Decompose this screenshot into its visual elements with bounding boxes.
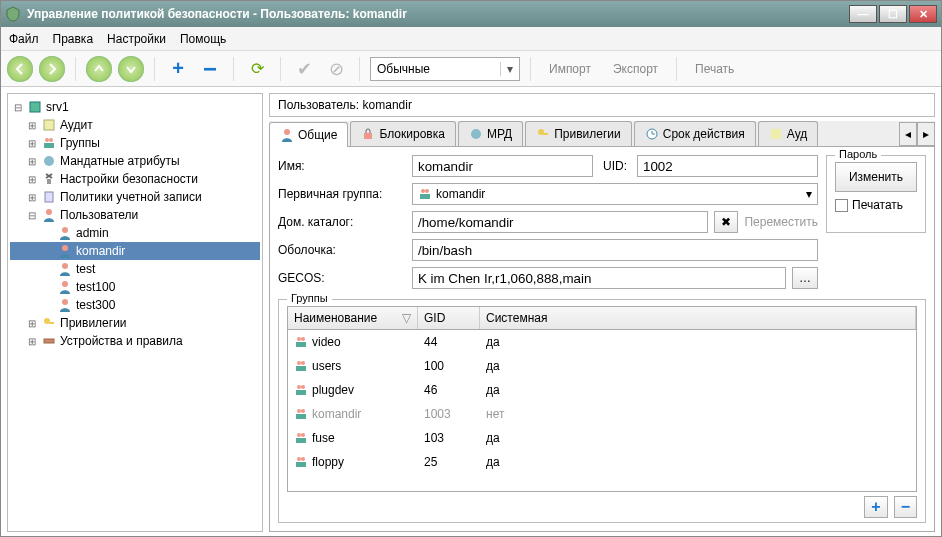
group-remove-button[interactable]: − bbox=[894, 496, 917, 518]
svg-rect-29 bbox=[296, 342, 306, 347]
add-button[interactable]: + bbox=[165, 56, 191, 82]
tab-mrd[interactable]: МРД bbox=[458, 121, 523, 146]
tree-item[interactable]: ⊞Настройки безопасности bbox=[10, 170, 260, 188]
menu-settings[interactable]: Настройки bbox=[107, 32, 166, 46]
group-system: да bbox=[480, 331, 916, 353]
group-system: да bbox=[480, 355, 916, 377]
tab-lock[interactable]: Блокировка bbox=[350, 121, 455, 146]
col-name[interactable]: Наименование▽ bbox=[288, 307, 418, 329]
export-button[interactable]: Экспорт bbox=[605, 62, 666, 76]
table-row[interactable]: komandir1003нет bbox=[288, 402, 916, 426]
close-button[interactable]: ✕ bbox=[909, 5, 937, 23]
group-icon bbox=[418, 187, 432, 201]
expand-icon[interactable]: ⊞ bbox=[26, 120, 38, 131]
expand-icon[interactable]: ⊞ bbox=[26, 318, 38, 329]
apply-button[interactable]: ✔ bbox=[291, 56, 317, 82]
svg-rect-41 bbox=[296, 438, 306, 443]
tree-root[interactable]: ⊟ srv1 bbox=[10, 98, 260, 116]
menu-help[interactable]: Помощь bbox=[180, 32, 226, 46]
tree-user-item[interactable]: test100 bbox=[10, 278, 260, 296]
expand-icon[interactable]: ⊞ bbox=[26, 156, 38, 167]
tab-expiry[interactable]: Срок действия bbox=[634, 121, 756, 146]
filter-combo-value: Обычные bbox=[377, 62, 430, 76]
groups-fieldset: Группы Наименование▽ GID Системная video… bbox=[278, 299, 926, 523]
tree-item[interactable]: ⊞Мандатные атрибуты bbox=[10, 152, 260, 170]
nav-forward-button[interactable] bbox=[39, 56, 65, 82]
svg-point-27 bbox=[297, 337, 301, 341]
table-row[interactable]: plugdev46да bbox=[288, 378, 916, 402]
tab-scroll-left[interactable]: ◂ bbox=[899, 122, 917, 146]
tree-item[interactable]: ⊞Устройства и правила bbox=[10, 332, 260, 350]
move-button[interactable]: Переместить bbox=[744, 215, 818, 229]
name-input[interactable] bbox=[412, 155, 593, 177]
tab-general[interactable]: Общие bbox=[269, 122, 348, 147]
tree-item[interactable]: ⊟Пользователи bbox=[10, 206, 260, 224]
tree-user-item[interactable]: test300 bbox=[10, 296, 260, 314]
menu-edit[interactable]: Правка bbox=[53, 32, 94, 46]
filter-combo[interactable]: Обычные ▾ bbox=[370, 57, 520, 81]
expand-icon[interactable]: ⊟ bbox=[12, 102, 24, 113]
tree-item[interactable]: ⊞Политики учетной записи bbox=[10, 188, 260, 206]
tree-item-label: Мандатные атрибуты bbox=[60, 154, 180, 168]
nav-up-button[interactable] bbox=[86, 56, 112, 82]
table-row[interactable]: fuse103да bbox=[288, 426, 916, 450]
svg-rect-18 bbox=[364, 133, 372, 139]
menu-file[interactable]: Файл bbox=[9, 32, 39, 46]
tree-icon bbox=[41, 189, 57, 205]
col-system[interactable]: Системная bbox=[480, 307, 916, 329]
group-icon bbox=[294, 335, 308, 349]
group-gid: 100 bbox=[418, 355, 480, 377]
maximize-button[interactable]: ☐ bbox=[879, 5, 907, 23]
refresh-button[interactable]: ⟳ bbox=[244, 56, 270, 82]
tree-item[interactable]: ⊞Группы bbox=[10, 134, 260, 152]
home-clear-button[interactable]: ✖ bbox=[714, 211, 738, 233]
shell-input[interactable] bbox=[412, 239, 818, 261]
print-checkbox[interactable] bbox=[835, 199, 848, 212]
nav-back-button[interactable] bbox=[7, 56, 33, 82]
svg-point-40 bbox=[301, 433, 305, 437]
cancel-button[interactable]: ⊘ bbox=[323, 56, 349, 82]
gecos-label: GECOS: bbox=[278, 271, 406, 285]
svg-point-33 bbox=[297, 385, 301, 389]
tab-privileges[interactable]: Привилегии bbox=[525, 121, 632, 146]
svg-point-34 bbox=[301, 385, 305, 389]
tree-icon bbox=[41, 315, 57, 331]
expand-icon[interactable]: ⊞ bbox=[26, 138, 38, 149]
table-row[interactable]: video44да bbox=[288, 330, 916, 354]
tree-item[interactable]: ⊞Привилегии bbox=[10, 314, 260, 332]
print-button[interactable]: Печать bbox=[687, 62, 742, 76]
remove-button[interactable]: − bbox=[197, 56, 223, 82]
tab-bar: Общие Блокировка МРД Привилегии Срок дей… bbox=[269, 121, 935, 147]
svg-rect-1 bbox=[44, 120, 54, 130]
user-icon bbox=[57, 261, 73, 277]
gecos-input[interactable] bbox=[412, 267, 786, 289]
group-add-button[interactable]: + bbox=[864, 496, 887, 518]
home-input[interactable] bbox=[412, 211, 708, 233]
tree-user-item[interactable]: admin bbox=[10, 224, 260, 242]
tree-user-item[interactable]: komandir bbox=[10, 242, 260, 260]
change-password-button[interactable]: Изменить bbox=[835, 162, 917, 192]
import-button[interactable]: Импорт bbox=[541, 62, 599, 76]
tree-item[interactable]: ⊞Аудит bbox=[10, 116, 260, 134]
table-row[interactable]: users100да bbox=[288, 354, 916, 378]
svg-rect-15 bbox=[49, 322, 54, 324]
expand-icon[interactable]: ⊞ bbox=[26, 336, 38, 347]
table-row[interactable]: floppy25да bbox=[288, 450, 916, 474]
expand-icon[interactable]: ⊞ bbox=[26, 174, 38, 185]
expand-icon[interactable]: ⊟ bbox=[26, 210, 38, 221]
tab-audit[interactable]: Ауд bbox=[758, 121, 818, 146]
group-name: users bbox=[312, 359, 341, 373]
primary-group-combo[interactable]: komandir ▾ bbox=[412, 183, 818, 205]
tree-user-item[interactable]: test bbox=[10, 260, 260, 278]
uid-input[interactable] bbox=[637, 155, 818, 177]
nav-down-button[interactable] bbox=[118, 56, 144, 82]
tree-item-label: komandir bbox=[76, 244, 125, 258]
col-gid[interactable]: GID bbox=[418, 307, 480, 329]
tab-scroll-right[interactable]: ▸ bbox=[917, 122, 935, 146]
group-icon bbox=[294, 455, 308, 469]
gecos-more-button[interactable]: … bbox=[792, 267, 818, 289]
group-gid: 25 bbox=[418, 451, 480, 473]
expand-icon[interactable]: ⊞ bbox=[26, 192, 38, 203]
minimize-button[interactable]: — bbox=[849, 5, 877, 23]
svg-point-11 bbox=[62, 263, 68, 269]
